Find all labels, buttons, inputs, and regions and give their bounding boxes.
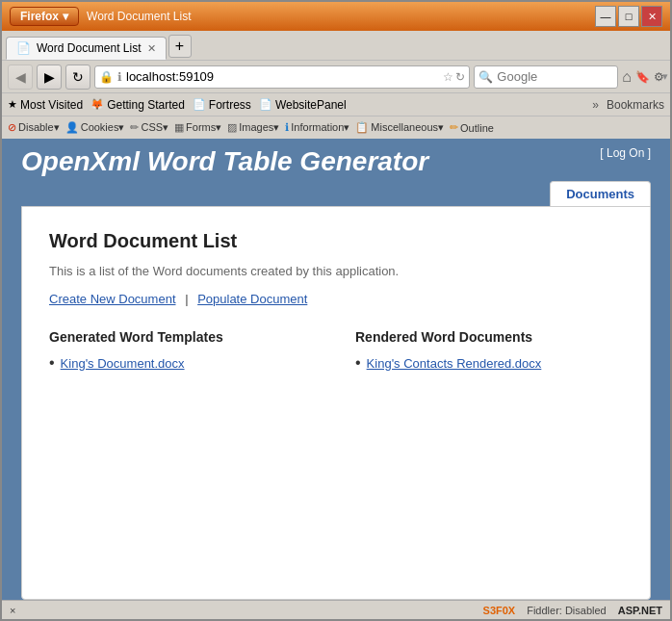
information-label: Information▾ (291, 121, 349, 134)
bookmark-label: Most Visited (20, 98, 83, 112)
aspnet-badge: ASP.NET (618, 605, 662, 616)
search-bar: 🔍 ▾ (474, 65, 618, 89)
miscellaneous-icon: 📋 (355, 121, 369, 134)
information-tool[interactable]: ℹ Information▾ (285, 121, 349, 134)
maximize-button[interactable]: □ (618, 6, 639, 27)
status-right: S3F0X Fiddler: Disabled ASP.NET (483, 605, 662, 616)
address-icons: ☆ ↻ (443, 70, 465, 84)
forward-button[interactable]: ▶ (37, 65, 62, 90)
fiddler-status: Fiddler: Disabled (527, 605, 607, 616)
bookmark-getting-started[interactable]: 🦊 Getting Started (90, 98, 185, 112)
star-icon[interactable]: ☆ (443, 70, 453, 84)
outline-tool[interactable]: ✏ Outline (450, 121, 494, 134)
firefox-dropdown-icon: ▾ (63, 10, 68, 23)
bookmarks-more-button[interactable]: » (592, 98, 599, 112)
tab-close-icon[interactable]: ✕ (147, 42, 156, 55)
bookmarks-bar: ★ Most Visited 🦊 Getting Started 📄 Fortr… (2, 92, 670, 116)
page-area: OpenXml Word Table Generator [ Log On ] … (2, 139, 670, 600)
address-icon: ℹ (117, 70, 122, 84)
bookmark-fortress[interactable]: 📄 Fortress (193, 98, 251, 112)
kings-document-link[interactable]: King's Document.docx (61, 356, 185, 371)
cookies-tool[interactable]: 👤 Cookies▾ (65, 121, 125, 134)
page-icon2: 📄 (259, 98, 272, 111)
forms-icon: ▦ (174, 121, 184, 134)
page-tabs: Documents (2, 177, 670, 206)
list-item: • King's Document.docx (49, 354, 317, 372)
bookmark-label: Fortress (209, 98, 251, 112)
firefox-icon: 🦊 (90, 98, 104, 111)
two-column-section: Generated Word Templates • King's Docume… (49, 329, 623, 377)
s3fox-badge: S3F0X (483, 605, 516, 616)
minimize-button[interactable]: — (595, 6, 616, 27)
css-label: CSS▾ (141, 121, 168, 134)
images-icon: ▨ (227, 121, 237, 134)
devtools-bar: ⊘ Disable▾ 👤 Cookies▾ ✏ CSS▾ ▦ Forms▾ ▨ … (2, 116, 670, 139)
window-controls: — □ ✕ (595, 6, 662, 27)
bookmark-websitepanel[interactable]: 📄 WebsitePanel (259, 98, 347, 112)
page-header: OpenXml Word Table Generator [ Log On ] (2, 139, 670, 177)
create-new-document-link[interactable]: Create New Document (49, 292, 176, 306)
browser-window: Firefox ▾ Word Document List — □ ✕ 📄 Wor… (0, 0, 672, 621)
bullet-icon: • (49, 354, 55, 372)
disable-tool[interactable]: ⊘ Disable▾ (8, 121, 60, 134)
bookmark-label: WebsitePanel (275, 98, 347, 112)
login-link[interactable]: [ Log On ] (600, 146, 651, 160)
disable-icon: ⊘ (8, 121, 16, 134)
kings-contacts-link[interactable]: King's Contacts Rendered.docx (367, 356, 542, 371)
css-icon: ✏ (130, 121, 139, 134)
images-label: Images▾ (239, 121, 279, 134)
miscellaneous-tool[interactable]: 📋 Miscellaneous▾ (355, 121, 444, 134)
forms-label: Forms▾ (186, 121, 221, 134)
address-input[interactable] (126, 69, 439, 84)
css-tool[interactable]: ✏ CSS▾ (130, 121, 168, 134)
rendered-documents-heading: Rendered Word Documents (355, 329, 623, 345)
bookmark-most-visited[interactable]: ★ Most Visited (8, 98, 83, 112)
content-heading: Word Document List (49, 230, 623, 252)
generated-templates-list: • King's Document.docx (49, 354, 317, 372)
bookmark-label: Getting Started (107, 98, 185, 112)
tab-bar: 📄 Word Document List ✕ + (2, 31, 670, 60)
firefox-menu-button[interactable]: Firefox ▾ (10, 7, 79, 26)
home-button[interactable]: ⌂ (622, 68, 632, 86)
page-title: OpenXml Word Table Generator (21, 146, 428, 177)
back-button[interactable]: ◀ (8, 65, 33, 90)
extensions-button[interactable]: ⚙ (654, 70, 664, 84)
reload-button[interactable]: ↻ (65, 65, 90, 90)
firefox-label: Firefox (20, 10, 59, 23)
address-bar: 🔒 ℹ ☆ ↻ (94, 65, 470, 89)
rendered-documents-section: Rendered Word Documents • King's Contact… (355, 329, 623, 377)
bullet-icon: • (355, 354, 361, 372)
generated-templates-section: Generated Word Templates • King's Docume… (49, 329, 317, 377)
status-bar: × S3F0X Fiddler: Disabled ASP.NET (2, 600, 670, 619)
reload-icon[interactable]: ↻ (455, 70, 465, 84)
content-panel: Word Document List This is a list of the… (21, 206, 651, 600)
close-button[interactable]: ✕ (641, 6, 662, 27)
cookies-icon: 👤 (65, 121, 79, 134)
outline-label: Outline (460, 122, 494, 134)
bookmarks-label: Bookmarks (607, 98, 664, 112)
content-description: This is a list of the Word documents cre… (49, 264, 623, 278)
documents-tab[interactable]: Documents (550, 181, 651, 206)
miscellaneous-label: Miscellaneous▾ (371, 121, 444, 134)
search-engine-icon: 🔍 (478, 70, 493, 84)
tab-label: Word Document List (37, 41, 142, 55)
forms-tool[interactable]: ▦ Forms▾ (174, 121, 221, 134)
content-actions: Create New Document | Populate Document (49, 292, 623, 306)
most-visited-icon: ★ (8, 98, 17, 111)
window-title: Word Document List (87, 10, 587, 23)
action-separator: | (185, 292, 188, 306)
generated-templates-heading: Generated Word Templates (49, 329, 317, 345)
title-bar: Firefox ▾ Word Document List — □ ✕ (2, 2, 670, 31)
information-icon: ℹ (285, 121, 289, 134)
outline-icon: ✏ (450, 121, 458, 134)
page-icon: 📄 (193, 98, 206, 111)
active-tab[interactable]: 📄 Word Document List ✕ (6, 37, 167, 60)
new-tab-button[interactable]: + (168, 35, 192, 58)
rendered-documents-list: • King's Contacts Rendered.docx (355, 354, 623, 372)
status-left-text: × (10, 605, 474, 616)
images-tool[interactable]: ▨ Images▾ (227, 121, 279, 134)
list-item: • King's Contacts Rendered.docx (355, 354, 623, 372)
populate-document-link[interactable]: Populate Document (197, 292, 307, 306)
bookmarks-button[interactable]: 🔖 (635, 70, 650, 84)
tab-favicon: 📄 (16, 41, 31, 55)
